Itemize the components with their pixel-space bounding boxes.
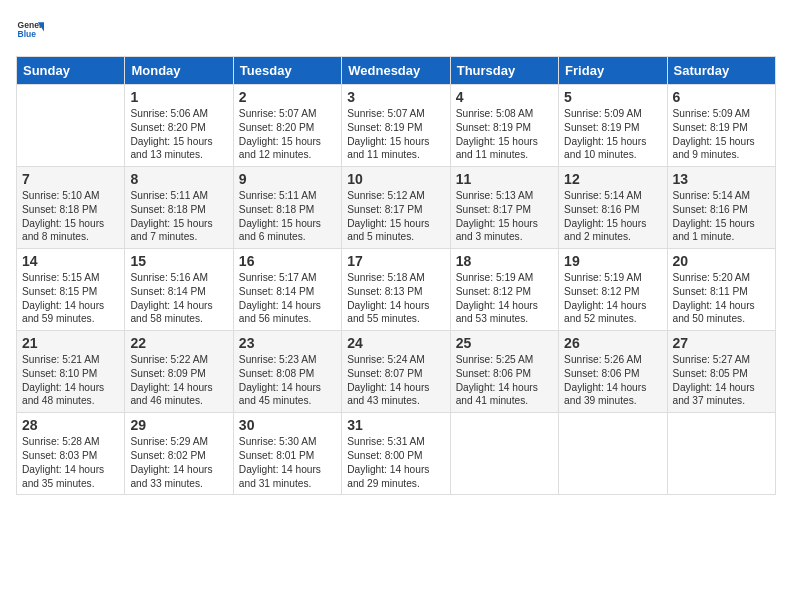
day-info: Sunrise: 5:31 AM Sunset: 8:00 PM Dayligh… [347,435,444,490]
day-number: 5 [564,89,661,105]
day-info: Sunrise: 5:21 AM Sunset: 8:10 PM Dayligh… [22,353,119,408]
table-row [17,85,125,167]
table-row [559,413,667,495]
table-row: 14Sunrise: 5:15 AM Sunset: 8:15 PM Dayli… [17,249,125,331]
day-number: 4 [456,89,553,105]
day-number: 16 [239,253,336,269]
svg-text:Blue: Blue [18,29,37,39]
day-info: Sunrise: 5:30 AM Sunset: 8:01 PM Dayligh… [239,435,336,490]
day-number: 2 [239,89,336,105]
calendar-week-row: 14Sunrise: 5:15 AM Sunset: 8:15 PM Dayli… [17,249,776,331]
day-info: Sunrise: 5:19 AM Sunset: 8:12 PM Dayligh… [456,271,553,326]
day-number: 12 [564,171,661,187]
page-header: General Blue [16,16,776,44]
day-number: 19 [564,253,661,269]
day-info: Sunrise: 5:09 AM Sunset: 8:19 PM Dayligh… [564,107,661,162]
table-row: 21Sunrise: 5:21 AM Sunset: 8:10 PM Dayli… [17,331,125,413]
day-info: Sunrise: 5:12 AM Sunset: 8:17 PM Dayligh… [347,189,444,244]
table-row: 1Sunrise: 5:06 AM Sunset: 8:20 PM Daylig… [125,85,233,167]
day-info: Sunrise: 5:29 AM Sunset: 8:02 PM Dayligh… [130,435,227,490]
table-row: 18Sunrise: 5:19 AM Sunset: 8:12 PM Dayli… [450,249,558,331]
day-info: Sunrise: 5:14 AM Sunset: 8:16 PM Dayligh… [673,189,770,244]
day-number: 24 [347,335,444,351]
table-row [450,413,558,495]
calendar-week-row: 21Sunrise: 5:21 AM Sunset: 8:10 PM Dayli… [17,331,776,413]
day-info: Sunrise: 5:25 AM Sunset: 8:06 PM Dayligh… [456,353,553,408]
day-info: Sunrise: 5:19 AM Sunset: 8:12 PM Dayligh… [564,271,661,326]
table-row: 28Sunrise: 5:28 AM Sunset: 8:03 PM Dayli… [17,413,125,495]
day-info: Sunrise: 5:22 AM Sunset: 8:09 PM Dayligh… [130,353,227,408]
table-row: 27Sunrise: 5:27 AM Sunset: 8:05 PM Dayli… [667,331,775,413]
calendar-table: Sunday Monday Tuesday Wednesday Thursday… [16,56,776,495]
logo: General Blue [16,16,48,44]
day-number: 14 [22,253,119,269]
table-row: 8Sunrise: 5:11 AM Sunset: 8:18 PM Daylig… [125,167,233,249]
day-number: 27 [673,335,770,351]
table-row: 2Sunrise: 5:07 AM Sunset: 8:20 PM Daylig… [233,85,341,167]
day-number: 26 [564,335,661,351]
table-row: 26Sunrise: 5:26 AM Sunset: 8:06 PM Dayli… [559,331,667,413]
table-row: 25Sunrise: 5:25 AM Sunset: 8:06 PM Dayli… [450,331,558,413]
day-number: 9 [239,171,336,187]
table-row: 7Sunrise: 5:10 AM Sunset: 8:18 PM Daylig… [17,167,125,249]
day-info: Sunrise: 5:20 AM Sunset: 8:11 PM Dayligh… [673,271,770,326]
logo-icon: General Blue [16,16,44,44]
col-friday: Friday [559,57,667,85]
day-info: Sunrise: 5:10 AM Sunset: 8:18 PM Dayligh… [22,189,119,244]
day-info: Sunrise: 5:09 AM Sunset: 8:19 PM Dayligh… [673,107,770,162]
table-row: 31Sunrise: 5:31 AM Sunset: 8:00 PM Dayli… [342,413,450,495]
day-info: Sunrise: 5:07 AM Sunset: 8:19 PM Dayligh… [347,107,444,162]
col-wednesday: Wednesday [342,57,450,85]
table-row: 9Sunrise: 5:11 AM Sunset: 8:18 PM Daylig… [233,167,341,249]
day-info: Sunrise: 5:11 AM Sunset: 8:18 PM Dayligh… [239,189,336,244]
day-info: Sunrise: 5:14 AM Sunset: 8:16 PM Dayligh… [564,189,661,244]
table-row: 11Sunrise: 5:13 AM Sunset: 8:17 PM Dayli… [450,167,558,249]
table-row: 3Sunrise: 5:07 AM Sunset: 8:19 PM Daylig… [342,85,450,167]
calendar-week-row: 1Sunrise: 5:06 AM Sunset: 8:20 PM Daylig… [17,85,776,167]
calendar-header-row: Sunday Monday Tuesday Wednesday Thursday… [17,57,776,85]
day-number: 11 [456,171,553,187]
day-number: 29 [130,417,227,433]
day-info: Sunrise: 5:13 AM Sunset: 8:17 PM Dayligh… [456,189,553,244]
day-number: 22 [130,335,227,351]
table-row: 29Sunrise: 5:29 AM Sunset: 8:02 PM Dayli… [125,413,233,495]
table-row [667,413,775,495]
day-number: 15 [130,253,227,269]
col-sunday: Sunday [17,57,125,85]
day-info: Sunrise: 5:06 AM Sunset: 8:20 PM Dayligh… [130,107,227,162]
calendar-week-row: 28Sunrise: 5:28 AM Sunset: 8:03 PM Dayli… [17,413,776,495]
day-info: Sunrise: 5:08 AM Sunset: 8:19 PM Dayligh… [456,107,553,162]
table-row: 22Sunrise: 5:22 AM Sunset: 8:09 PM Dayli… [125,331,233,413]
day-number: 8 [130,171,227,187]
table-row: 30Sunrise: 5:30 AM Sunset: 8:01 PM Dayli… [233,413,341,495]
table-row: 20Sunrise: 5:20 AM Sunset: 8:11 PM Dayli… [667,249,775,331]
day-number: 17 [347,253,444,269]
day-number: 31 [347,417,444,433]
day-info: Sunrise: 5:18 AM Sunset: 8:13 PM Dayligh… [347,271,444,326]
day-info: Sunrise: 5:24 AM Sunset: 8:07 PM Dayligh… [347,353,444,408]
col-thursday: Thursday [450,57,558,85]
day-number: 23 [239,335,336,351]
table-row: 17Sunrise: 5:18 AM Sunset: 8:13 PM Dayli… [342,249,450,331]
table-row: 4Sunrise: 5:08 AM Sunset: 8:19 PM Daylig… [450,85,558,167]
table-row: 12Sunrise: 5:14 AM Sunset: 8:16 PM Dayli… [559,167,667,249]
day-info: Sunrise: 5:23 AM Sunset: 8:08 PM Dayligh… [239,353,336,408]
table-row: 15Sunrise: 5:16 AM Sunset: 8:14 PM Dayli… [125,249,233,331]
day-info: Sunrise: 5:07 AM Sunset: 8:20 PM Dayligh… [239,107,336,162]
day-number: 21 [22,335,119,351]
day-info: Sunrise: 5:15 AM Sunset: 8:15 PM Dayligh… [22,271,119,326]
day-info: Sunrise: 5:28 AM Sunset: 8:03 PM Dayligh… [22,435,119,490]
table-row: 6Sunrise: 5:09 AM Sunset: 8:19 PM Daylig… [667,85,775,167]
table-row: 10Sunrise: 5:12 AM Sunset: 8:17 PM Dayli… [342,167,450,249]
day-info: Sunrise: 5:11 AM Sunset: 8:18 PM Dayligh… [130,189,227,244]
day-number: 13 [673,171,770,187]
table-row: 19Sunrise: 5:19 AM Sunset: 8:12 PM Dayli… [559,249,667,331]
day-number: 6 [673,89,770,105]
day-info: Sunrise: 5:17 AM Sunset: 8:14 PM Dayligh… [239,271,336,326]
col-tuesday: Tuesday [233,57,341,85]
day-info: Sunrise: 5:26 AM Sunset: 8:06 PM Dayligh… [564,353,661,408]
day-number: 20 [673,253,770,269]
calendar-week-row: 7Sunrise: 5:10 AM Sunset: 8:18 PM Daylig… [17,167,776,249]
table-row: 16Sunrise: 5:17 AM Sunset: 8:14 PM Dayli… [233,249,341,331]
table-row: 23Sunrise: 5:23 AM Sunset: 8:08 PM Dayli… [233,331,341,413]
